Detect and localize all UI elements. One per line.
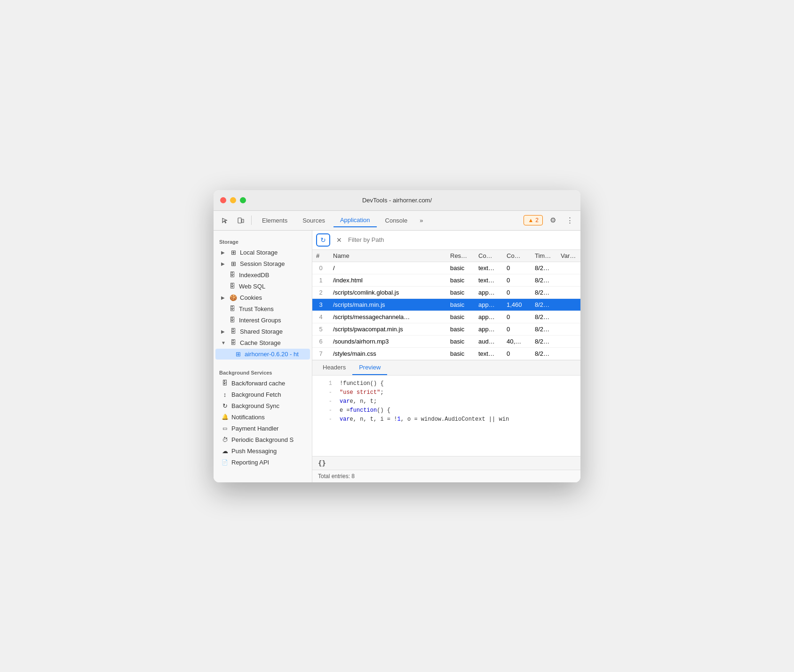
table-cell: 8/2… [531,262,557,274]
table-cell: /index.html [329,274,446,286]
col-header-var[interactable]: Var… [557,250,580,262]
table-cell [557,323,580,335]
tab-application[interactable]: Application [333,214,377,227]
table-row[interactable]: 0/basictext…08/2… [312,262,580,274]
back-forward-cache-label: Back/forward cache [231,380,306,387]
filter-input[interactable] [348,234,577,246]
table-cell: 0 [503,262,531,274]
sidebar-item-trust-tokens[interactable]: 🗄 Trust Tokens [215,304,310,314]
session-storage-icon: ⊞ [230,260,237,267]
table-row[interactable]: 4/scripts/messagechannela…basicapp…08/2… [312,311,580,323]
toolbar-separator [251,216,252,225]
tab-console[interactable]: Console [379,214,414,227]
sidebar-item-reporting-api[interactable]: 📄 Reporting API [215,457,310,468]
sidebar-item-push-messaging[interactable]: ☁ Push Messaging [215,446,310,456]
line-number: - [318,388,332,397]
table-cell: 5 [312,323,329,335]
table-cell: 1 [312,274,329,286]
traffic-lights [220,197,246,203]
menu-button[interactable]: ⋮ [563,214,577,227]
sidebar-item-web-sql[interactable]: 🗄 Web SQL [215,281,310,292]
reporting-api-icon: 📄 [221,459,229,465]
close-button[interactable] [220,197,226,203]
code-token: () { [377,406,390,415]
trust-tokens-label: Trust Tokens [239,305,306,312]
table-cell: 4 [312,311,329,323]
table-cell: 3 [312,298,329,311]
cache-table: # Name Res… Co… Co… Tim… Var… 0/basictex… [312,250,580,360]
table-cell: basic [446,347,475,360]
sidebar-item-payment-handler[interactable]: ▭ Payment Handler [215,423,310,434]
settings-button[interactable]: ⚙ [546,214,560,227]
sidebar-item-notifications[interactable]: 🔔 Notifications [215,412,310,423]
tab-elements[interactable]: Elements [255,214,294,227]
total-entries: Total entries: 8 [312,470,580,482]
table-cell: 8/2… [531,347,557,360]
tab-preview[interactable]: Preview [352,360,387,375]
sidebar-item-cache-storage[interactable]: ▼ 🗄 Cache Storage [215,337,310,348]
sidebar-item-background-sync[interactable]: ↻ Background Sync [215,400,310,411]
col-header-tim[interactable]: Tim… [531,250,557,262]
table-cell: 8/2… [531,311,557,323]
session-storage-label: Session Storage [240,260,306,267]
indexeddb-icon: 🗄 [229,272,236,278]
table-row[interactable]: 2/scripts/comlink.global.jsbasicapp…08/2… [312,286,580,298]
periodic-background-icon: ⏱ [221,436,229,443]
sidebar-item-periodic-background[interactable]: ⏱ Periodic Background S [215,434,310,445]
code-token: var [340,415,350,424]
payment-handler-label: Payment Handler [231,425,306,432]
cache-storage-icon: 🗄 [230,339,237,346]
table-row[interactable]: 3/scripts/main.min.jsbasicapp…1,4608/2… [312,298,580,311]
warning-badge[interactable]: ▲ 2 [524,215,543,225]
inspect-element-button[interactable] [217,214,231,227]
trust-tokens-icon: 🗄 [229,305,236,312]
device-toolbar-button[interactable] [233,214,247,227]
table-cell: /scripts/main.min.js [329,298,446,311]
table-cell: 8/2… [531,286,557,298]
col-header-co2[interactable]: Co… [503,250,531,262]
sidebar-item-back-forward-cache[interactable]: 🗄 Back/forward cache [215,378,310,389]
clear-filter-button[interactable]: ✕ [333,234,345,246]
cookies-icon: 🍪 [230,294,237,301]
sidebar-item-session-storage[interactable]: ▶ ⊞ Session Storage [215,258,310,269]
tab-sources[interactable]: Sources [296,214,332,227]
minimize-button[interactable] [230,197,236,203]
table-cell [557,311,580,323]
col-header-num[interactable]: # [312,250,329,262]
maximize-button[interactable] [240,197,246,203]
table-row[interactable]: 6/sounds/airhorn.mp3basicaud…40,…8/2… [312,335,580,347]
table-cell [557,286,580,298]
sidebar-item-local-storage[interactable]: ▶ ⊞ Local Storage [215,247,310,258]
sidebar-item-cookies[interactable]: ▶ 🍪 Cookies [215,292,310,303]
push-messaging-label: Push Messaging [231,448,306,455]
line-number: 1 [318,379,332,388]
title-bar: DevTools - airhorner.com/ [214,190,580,211]
sidebar-item-cache-entry[interactable]: ⊞ airhorner-0.6.20 - ht [215,349,310,360]
table-cell: 8/2… [531,298,557,311]
table-cell: basic [446,323,475,335]
col-header-co1[interactable]: Co… [475,250,503,262]
table-row[interactable]: 7/styles/main.cssbasictext…08/2… [312,347,580,360]
sidebar-item-shared-storage[interactable]: ▶ 🗄 Shared Storage [215,326,310,337]
expand-arrow-cookies: ▶ [221,295,227,300]
table-cell: 8/2… [531,323,557,335]
sidebar-item-interest-groups[interactable]: 🗄 Interest Groups [215,315,310,326]
table-row[interactable]: 1/index.htmlbasictext…08/2… [312,274,580,286]
col-header-res[interactable]: Res… [446,250,475,262]
sidebar-item-background-fetch[interactable]: ↕ Background Fetch [215,389,310,400]
format-icon[interactable]: {} [318,459,326,467]
more-tabs-button[interactable]: » [416,214,427,227]
payment-handler-icon: ▭ [221,425,229,432]
table-cell: 7 [312,347,329,360]
refresh-button[interactable]: ↻ [316,233,330,247]
background-sync-label: Background Sync [231,402,306,409]
line-number: - [318,406,332,415]
table-cell: 8/2… [531,274,557,286]
sidebar-item-indexeddb[interactable]: 🗄 IndexedDB [215,270,310,280]
table-row[interactable]: 5/scripts/pwacompat.min.jsbasicapp…08/2… [312,323,580,335]
col-header-name[interactable]: Name [329,250,446,262]
local-storage-label: Local Storage [240,249,306,256]
local-storage-icon: ⊞ [230,249,237,256]
toolbar-right: ▲ 2 ⚙ ⋮ [524,214,577,227]
tab-headers[interactable]: Headers [316,360,352,375]
